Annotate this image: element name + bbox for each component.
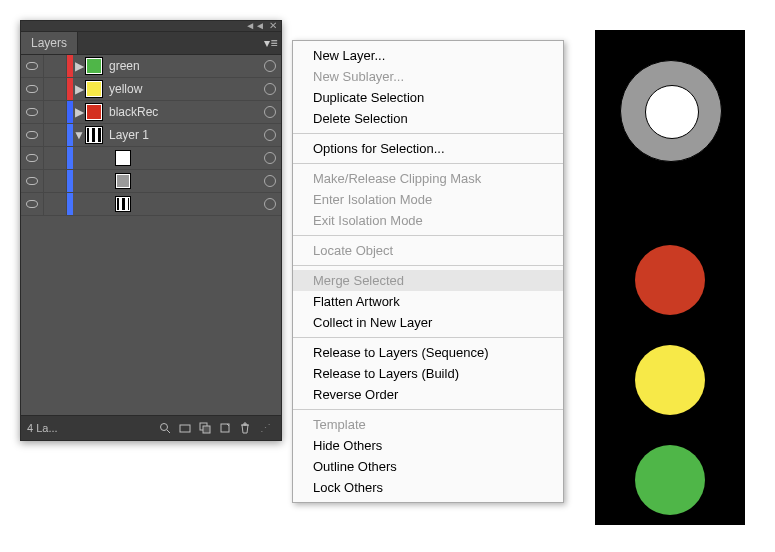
selection-color — [67, 170, 73, 192]
menu-item: Make/Release Clipping Mask — [293, 168, 563, 189]
menu-item[interactable]: Reverse Order — [293, 384, 563, 405]
make-clip-icon[interactable] — [175, 418, 195, 438]
canvas-circle — [635, 345, 705, 415]
panel-menu-icon[interactable]: ▾≡ — [261, 36, 281, 50]
lock-toggle[interactable] — [44, 193, 67, 215]
menu-item[interactable]: Release to Layers (Build) — [293, 363, 563, 384]
svg-rect-2 — [180, 425, 190, 432]
visibility-toggle[interactable] — [21, 78, 44, 100]
new-layer-icon[interactable] — [215, 418, 235, 438]
lock-toggle[interactable] — [44, 101, 67, 123]
disclosure-arrow[interactable]: ▶ — [73, 101, 85, 123]
locate-icon[interactable] — [155, 418, 175, 438]
layer-swatch — [85, 80, 103, 98]
menu-item[interactable]: Outline Others — [293, 456, 563, 477]
lock-toggle[interactable] — [44, 78, 67, 100]
visibility-toggle[interactable] — [21, 101, 44, 123]
target-icon[interactable] — [259, 106, 281, 118]
layer-count: 4 La... — [27, 422, 58, 434]
layers-panel: ◄◄ ✕ Layers ▾≡ ▶green▶yellow▶blackRec▼La… — [20, 20, 282, 441]
layer-row[interactable]: ▶green — [21, 55, 281, 78]
disclosure-arrow[interactable] — [103, 193, 115, 215]
layer-swatch — [115, 196, 131, 212]
disclosure-arrow[interactable]: ▶ — [73, 55, 85, 77]
layer-swatch — [115, 173, 131, 189]
layers-tab[interactable]: Layers — [21, 32, 78, 54]
delete-icon[interactable] — [235, 418, 255, 438]
svg-point-0 — [161, 424, 168, 431]
svg-line-1 — [167, 430, 170, 433]
selection-color — [67, 193, 73, 215]
layer-row[interactable]: ▼Layer 1 — [21, 124, 281, 147]
panel-tabs: Layers ▾≡ — [21, 32, 281, 55]
menu-item[interactable]: Flatten Artwork — [293, 291, 563, 312]
panel-footer: 4 La... ⋰ — [21, 415, 281, 440]
menu-item: Exit Isolation Mode — [293, 210, 563, 231]
menu-item[interactable]: Lock Others — [293, 477, 563, 498]
layer-swatch — [85, 103, 103, 121]
menu-separator — [293, 133, 563, 134]
layers-list: ▶green▶yellow▶blackRec▼Layer 1 — [21, 55, 281, 415]
layer-row[interactable]: ▶yellow — [21, 78, 281, 101]
menu-item[interactable]: Options for Selection... — [293, 138, 563, 159]
disclosure-arrow[interactable] — [103, 170, 115, 192]
menu-separator — [293, 265, 563, 266]
disclosure-arrow[interactable]: ▼ — [73, 124, 85, 146]
menu-separator — [293, 337, 563, 338]
layer-name[interactable]: yellow — [109, 82, 259, 96]
menu-item[interactable]: Delete Selection — [293, 108, 563, 129]
canvas-circle — [635, 445, 705, 515]
target-icon[interactable] — [259, 129, 281, 141]
layer-row[interactable] — [21, 147, 281, 170]
visibility-toggle[interactable] — [21, 124, 44, 146]
menu-item[interactable]: Collect in New Layer — [293, 312, 563, 333]
visibility-toggle[interactable] — [21, 147, 44, 169]
target-icon[interactable] — [259, 83, 281, 95]
menu-item: Enter Isolation Mode — [293, 189, 563, 210]
new-sublayer-icon[interactable] — [195, 418, 215, 438]
lock-toggle[interactable] — [44, 170, 67, 192]
target-icon[interactable] — [259, 198, 281, 210]
menu-item: Template — [293, 414, 563, 435]
menu-item[interactable]: Duplicate Selection — [293, 87, 563, 108]
close-icon[interactable]: ✕ — [269, 21, 277, 31]
panel-context-menu: New Layer...New Sublayer...Duplicate Sel… — [292, 40, 564, 503]
layer-row[interactable]: ▶blackRec — [21, 101, 281, 124]
visibility-toggle[interactable] — [21, 193, 44, 215]
lock-toggle[interactable] — [44, 147, 67, 169]
layer-swatch — [115, 150, 131, 166]
artboard — [595, 30, 745, 525]
menu-separator — [293, 163, 563, 164]
disclosure-arrow[interactable] — [103, 147, 115, 169]
visibility-toggle[interactable] — [21, 55, 44, 77]
svg-rect-4 — [203, 426, 210, 433]
panel-titlebar[interactable]: ◄◄ ✕ — [21, 21, 281, 32]
target-icon[interactable] — [259, 175, 281, 187]
menu-separator — [293, 235, 563, 236]
layer-swatch — [85, 57, 103, 75]
canvas-circle — [635, 245, 705, 315]
menu-item[interactable]: New Layer... — [293, 45, 563, 66]
layer-row[interactable] — [21, 193, 281, 216]
target-icon[interactable] — [259, 152, 281, 164]
menu-separator — [293, 409, 563, 410]
layer-swatch — [85, 126, 103, 144]
menu-item[interactable]: Release to Layers (Sequence) — [293, 342, 563, 363]
selection-color — [67, 147, 73, 169]
disclosure-arrow[interactable]: ▶ — [73, 78, 85, 100]
resize-grip-icon[interactable]: ⋰ — [255, 418, 275, 438]
menu-item: Merge Selected — [293, 270, 563, 291]
collapse-icon[interactable]: ◄◄ — [245, 21, 265, 31]
menu-item: New Sublayer... — [293, 66, 563, 87]
visibility-toggle[interactable] — [21, 170, 44, 192]
target-icon[interactable] — [259, 60, 281, 72]
lock-toggle[interactable] — [44, 124, 67, 146]
layer-name[interactable]: green — [109, 59, 259, 73]
lock-toggle[interactable] — [44, 55, 67, 77]
canvas-ring-inner — [645, 85, 699, 139]
layer-row[interactable] — [21, 170, 281, 193]
layer-name[interactable]: blackRec — [109, 105, 259, 119]
canvas-ring — [620, 60, 722, 162]
layer-name[interactable]: Layer 1 — [109, 128, 259, 142]
menu-item[interactable]: Hide Others — [293, 435, 563, 456]
